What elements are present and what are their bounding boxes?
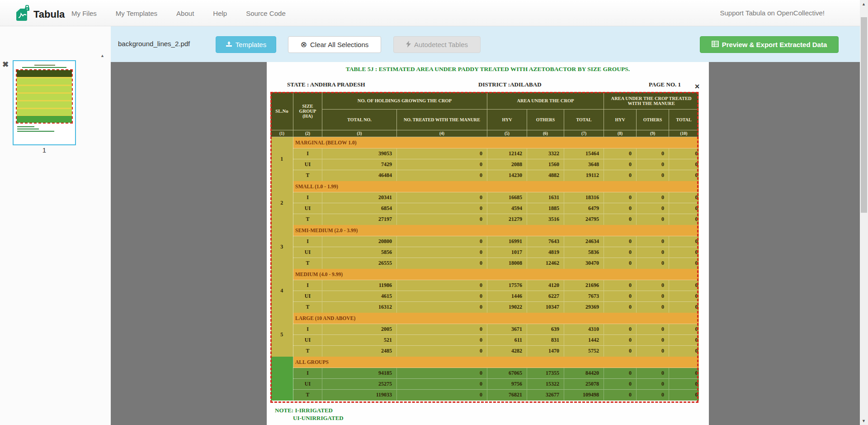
- table-row: T11903307682132677109498000: [271, 390, 699, 401]
- table-cell: I: [293, 148, 322, 159]
- toolbar: background_lines_2.pdf Templates ⊗ Clear…: [111, 26, 860, 62]
- table-cell: 5752: [564, 346, 604, 357]
- tabula-logo-icon: [15, 5, 30, 24]
- table-cell: 84420: [564, 368, 604, 379]
- scrollbar-thumb[interactable]: [861, 17, 867, 213]
- brand-name: Tabula: [33, 9, 65, 20]
- nav-item-help[interactable]: Help: [213, 10, 227, 17]
- autodetect-tables-button[interactable]: Autodetect Tables: [393, 36, 481, 53]
- table-cell: 831: [527, 335, 564, 346]
- table-cell: 16685: [487, 192, 527, 203]
- table-cell: 0: [637, 324, 669, 335]
- scroll-down-icon[interactable]: ▼: [862, 419, 866, 423]
- header-colnum-cell: (5): [487, 130, 527, 137]
- window-scrollbar[interactable]: ▲ ▼: [860, 0, 868, 425]
- pdf-table: SL.NoSIZE GROUP (HA)NO. OF HOLDINGS GROW…: [270, 92, 699, 401]
- pdf-page[interactable]: TABLE 5J : ESTIMATED AREA UNDER PADDY TR…: [267, 62, 709, 425]
- table-cell: 0: [637, 390, 669, 401]
- table-cell: 32677: [527, 390, 564, 401]
- table-cell: 0: [637, 214, 669, 225]
- page-thumbnail[interactable]: [13, 60, 76, 145]
- table-cell: 0: [604, 192, 637, 203]
- nav-item-my-templates[interactable]: My Templates: [116, 10, 157, 17]
- table-cell: 0: [669, 170, 699, 181]
- table-cell: 0: [397, 291, 487, 302]
- table-cell: I: [293, 280, 322, 291]
- clear-all-selections-button[interactable]: ⊗ Clear All Selections: [288, 36, 381, 53]
- table-cell: 12142: [487, 148, 527, 159]
- tabula-app: Tabula My Files My Templates About Help …: [0, 0, 868, 425]
- header-colnum-cell: (8): [604, 130, 637, 137]
- table-cell: 20341: [322, 192, 397, 203]
- table-cell: 76821: [487, 390, 527, 401]
- brand[interactable]: Tabula: [15, 5, 65, 24]
- nav-item-source-code[interactable]: Source Code: [246, 10, 286, 17]
- table-cell: 0: [637, 379, 669, 390]
- table-cell: 67065: [487, 368, 527, 379]
- table-cell: I: [293, 192, 322, 203]
- table-cell: 0: [604, 346, 637, 357]
- header-cell: TOTAL: [564, 110, 604, 130]
- scroll-up-icon[interactable]: ▲: [862, 2, 866, 6]
- table-cell: 11986: [322, 280, 397, 291]
- document-viewer[interactable]: TABLE 5J : ESTIMATED AREA UNDER PADDY TR…: [111, 62, 860, 425]
- table-row: UI68540459418856479000: [271, 203, 699, 214]
- table-cell: 15464: [564, 148, 604, 159]
- support-link[interactable]: Support Tabula on OpenCollective!: [720, 9, 825, 17]
- table-row: I20341016685163118316000: [271, 192, 699, 203]
- table-cell: I: [293, 324, 322, 335]
- table-cell: 0: [669, 247, 699, 258]
- table-cell: 4594: [487, 203, 527, 214]
- nav-item-my-files[interactable]: My Files: [71, 10, 97, 17]
- table-cell: 0: [637, 280, 669, 291]
- table-cell: T: [293, 258, 322, 269]
- sidebar-scroll-up-icon[interactable]: ▲: [100, 53, 104, 58]
- pdf-note-line1: NOTE: I-IRRIGATED: [275, 407, 333, 414]
- table-cell: I: [293, 236, 322, 247]
- table-cell: 0: [604, 302, 637, 313]
- sidebar: ✖ 1 ▲ ▼: [0, 26, 111, 425]
- remove-page-icon[interactable]: ✖: [2, 60, 9, 69]
- table-cell: 0: [604, 203, 637, 214]
- table-cell: 1442: [564, 335, 604, 346]
- table-cell: 0: [604, 368, 637, 379]
- table-cell: 18008: [487, 258, 527, 269]
- nav-item-about[interactable]: About: [176, 10, 194, 17]
- navbar: Tabula My Files My Templates About Help …: [0, 0, 860, 26]
- table-cell: 1446: [487, 291, 527, 302]
- table-cell: 19112: [564, 170, 604, 181]
- table-cell: 0: [669, 390, 699, 401]
- sl-no-cell: [271, 357, 293, 401]
- preview-export-button[interactable]: Preview & Export Extracted Data: [700, 36, 839, 53]
- export-table-icon: [712, 41, 719, 48]
- table-cell: 1885: [527, 203, 564, 214]
- table-cell: 7673: [564, 291, 604, 302]
- table-cell: 18316: [564, 192, 604, 203]
- table-cell: 0: [397, 214, 487, 225]
- table-cell: 0: [604, 236, 637, 247]
- table-cell: 2485: [322, 346, 397, 357]
- group-label-cell: ALL GROUPS: [293, 357, 699, 368]
- table-cell: 0: [669, 291, 699, 302]
- table-row: T24850428214705752000: [271, 346, 699, 357]
- table-cell: T: [293, 346, 322, 357]
- selection-close-icon[interactable]: ✕: [694, 83, 700, 90]
- table-cell: 1560: [527, 159, 564, 170]
- table-cell: 46484: [322, 170, 397, 181]
- table-row: UI25275097561532225078000: [271, 379, 699, 390]
- table-cell: 0: [604, 335, 637, 346]
- table-cell: 0: [669, 203, 699, 214]
- table-cell: 20800: [322, 236, 397, 247]
- table-cell: 109498: [564, 390, 604, 401]
- table-cell: T: [293, 302, 322, 313]
- thumbnail-subtitle-line: [22, 67, 66, 68]
- table-row: I2005036716394310000: [271, 324, 699, 335]
- table-cell: 10347: [527, 302, 564, 313]
- table-cell: 0: [637, 368, 669, 379]
- table-cell: 0: [669, 335, 699, 346]
- group-band-row: 1MARGINAL (BELOW 1.0): [271, 137, 699, 148]
- table-cell: 3322: [527, 148, 564, 159]
- templates-button[interactable]: Templates: [216, 36, 276, 53]
- table-cell: 0: [397, 324, 487, 335]
- thumbnail-table: [17, 70, 72, 123]
